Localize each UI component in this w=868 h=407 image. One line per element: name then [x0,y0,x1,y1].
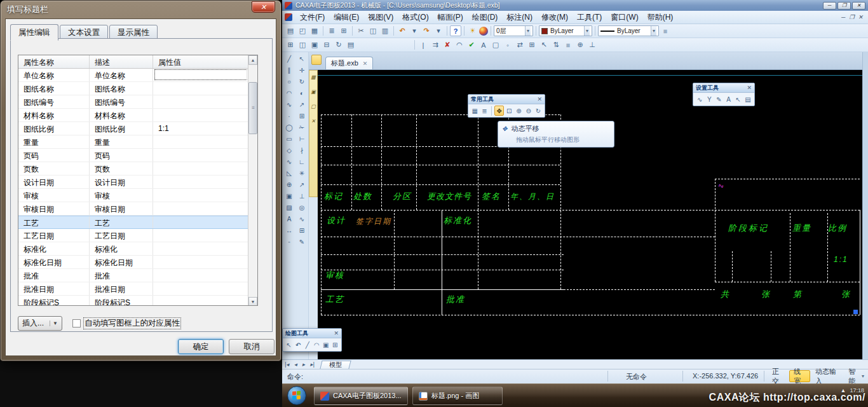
paste-icon[interactable]: ▥ [379,25,391,36]
dim-icon[interactable]: ↔ [283,225,295,236]
leader-icon[interactable]: ↗ [296,179,308,190]
table-row-页数[interactable]: 页数页数 [18,162,249,176]
undo-icon[interactable]: ↶ [397,25,408,36]
erase-icon[interactable]: ✘ [442,39,453,50]
close-icon[interactable]: ✕ [334,330,339,336]
menu-工具T[interactable]: 工具(T) [573,11,606,24]
ellipse-icon[interactable]: ◯ [283,122,295,133]
new-icon[interactable]: ▤ [285,25,296,36]
new-window-icon[interactable]: ⊞ [285,39,296,50]
save-icon[interactable]: ▦ [470,106,479,116]
palette-sphere-icon[interactable]: ● [479,27,488,36]
table-row-图纸名称[interactable]: 图纸名称图纸名称 [18,82,249,95]
scroll-up-button[interactable]: ▲ [248,55,257,65]
frame-icon[interactable]: ▣ [309,39,320,50]
cell-attribute-value[interactable] [153,216,249,228]
table-row-材料名称[interactable]: 材料名称材料名称 [18,109,249,122]
circle-icon[interactable]: ○ [283,76,295,87]
copy-icon[interactable]: ◫ [367,25,379,36]
line-icon[interactable]: ╱ [303,340,312,350]
cell-attribute-value[interactable] [153,269,249,282]
ruler-icon[interactable]: ⊟ [321,39,332,50]
block-icon[interactable]: ▣ [283,191,295,202]
node-icon[interactable]: ◦ [283,237,295,247]
color-combo[interactable]: ByLayer ▾ [539,25,592,36]
menu-幅面P[interactable]: 幅面(P) [433,11,468,24]
image-icon[interactable]: ▢ [490,39,501,50]
cell-attribute-value[interactable] [153,242,249,255]
table-row-图纸比例[interactable]: 图纸比例图纸比例1:1 [18,122,249,135]
tile-icon[interactable]: ◫ [297,39,308,50]
trim-icon[interactable]: ✁ [296,122,308,133]
cell-attribute-value[interactable] [153,162,249,175]
pick-icon[interactable]: ↖ [734,94,743,104]
table-row-工艺[interactable]: 工艺工艺 [18,216,249,229]
cell-attribute-value[interactable] [153,229,249,242]
preview-icon[interactable]: ⊞ [338,25,349,36]
auto-fill-checkbox[interactable] [72,319,81,328]
undo-icon[interactable]: ↶ [294,340,303,350]
palette-titlebar[interactable]: 常用工具 ✕ [468,95,545,104]
break-icon[interactable]: ∤ [296,145,308,156]
check-icon[interactable]: ✔ [466,39,477,50]
extend-icon[interactable]: ⊢ [296,134,308,144]
command-prompt[interactable]: 命令: [287,372,303,382]
cancel-button[interactable]: 取消 [229,339,275,354]
swap-icon[interactable]: ⇄ [514,39,526,50]
sort-icon[interactable]: ⇅ [550,39,562,50]
open-icon[interactable]: ◰ [297,25,308,36]
table-scrollbar[interactable]: ▲ ≡ ▼ [248,55,257,306]
table-icon[interactable]: ⊞ [296,225,308,236]
lineweight-button[interactable]: ≡ [660,25,671,36]
start-button[interactable] [287,386,306,405]
next-sheet-button[interactable]: ▸ [299,361,308,368]
page-icon[interactable]: ▤ [345,39,356,50]
toggle-线宽[interactable]: 线宽 [789,370,810,382]
zoom-in-icon[interactable]: ⊕ [514,106,523,116]
table-row-设计日期[interactable]: 设计日期设计日期 [18,176,249,189]
cut-icon[interactable]: ✂ [355,25,367,36]
zoom-prev-icon[interactable]: ↻ [534,106,543,116]
array-icon[interactable]: ⊞ [296,111,308,121]
menu-绘图D[interactable]: 绘图(D) [468,11,503,24]
select-icon[interactable]: ↖ [285,340,294,350]
layer-combo[interactable]: 0层 ▾ [494,25,533,36]
table-row-审核[interactable]: 审核审核 [18,189,249,202]
table-row-阶段标记S[interactable]: 阶段标记S阶段标记S [18,296,249,306]
move-icon[interactable]: ✛ [296,65,308,76]
tab-close-icon[interactable]: ✕ [363,60,368,67]
hatch-icon[interactable]: ▨ [283,202,295,213]
scale-icon[interactable]: ↗ [296,99,308,110]
cell-attribute-value[interactable] [153,149,249,162]
cell-attribute-value[interactable] [153,202,249,215]
block-icon[interactable]: ▣ [322,340,330,350]
table-row-单位名称[interactable]: 单位名称单位名称 [18,69,249,82]
maximize-button[interactable]: ❐ [837,2,851,10]
prev-sheet-button[interactable]: ◂ [292,361,300,368]
cell-attribute-value[interactable] [153,296,249,306]
table-row-重量[interactable]: 重量重量 [18,135,249,149]
toggle-正交[interactable]: 正交 [768,370,788,382]
table-row-标准化日期[interactable]: 标准化日期标准化日期 [18,256,249,269]
spline-icon[interactable]: ∿ [283,99,295,110]
document-tab[interactable]: 标题.exb ✕ [325,57,373,69]
menu-修改M[interactable]: 修改(M) [537,11,573,24]
node-icon[interactable]: ◦ [502,39,513,50]
cell-attribute-value[interactable] [153,282,249,295]
close-icon[interactable]: ✕ [747,85,752,91]
save-icon[interactable]: ▦ [309,25,320,36]
datum-icon[interactable]: ⊥ [587,39,598,50]
guide-icon[interactable]: | [417,39,429,50]
symbol-icon[interactable]: ◎ [296,202,308,213]
doc-minimize-icon[interactable]: ─ [841,14,845,20]
linetype-combo[interactable]: ByLayer ▾ [598,25,659,36]
cell-attribute-value[interactable] [153,176,249,188]
new-sheet-icon[interactable] [311,55,322,65]
rough-icon[interactable]: ∿ [296,214,308,224]
help-icon[interactable]: ? [450,25,461,36]
polygon-icon[interactable]: ◇ [283,145,295,156]
table-row-页码[interactable]: 页码页码 [18,149,249,162]
drawing-canvas[interactable]: 标记 处数 分区 更改文件号 签名 年、月、日 设计 签字日期 标准化 阶段标记… [318,70,862,359]
auto-fill-label[interactable]: 自动填写图框上的对应属性 [84,318,180,329]
taskbar-button-paint[interactable]: 标题.png - 画图 [412,387,503,405]
